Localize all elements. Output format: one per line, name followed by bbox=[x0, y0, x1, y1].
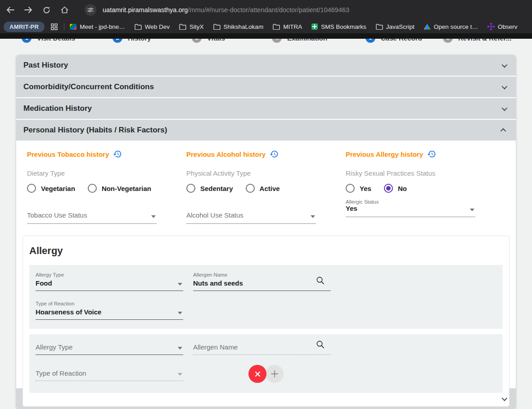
radio-yes[interactable]: Yes bbox=[346, 184, 371, 193]
drive-icon bbox=[424, 24, 431, 30]
home-icon bbox=[61, 6, 68, 14]
previous-alcohol-history-link[interactable]: Previous Alcohol history bbox=[186, 150, 318, 159]
remove-allergy-row-button[interactable] bbox=[248, 365, 266, 383]
allergy-card: Allergy Allergy Type Food Allergen Name … bbox=[23, 236, 509, 407]
dropdown-caret-icon bbox=[470, 209, 474, 211]
bookmarks-separator bbox=[64, 23, 64, 30]
browser-chrome: uatamrit.piramalswasthya.org/mmu/#/nurse… bbox=[0, 0, 532, 33]
reload-icon bbox=[43, 6, 50, 14]
back-button[interactable] bbox=[3, 3, 18, 17]
folder-icon bbox=[376, 24, 383, 30]
url-host: uatamrit.piramalswasthya.org bbox=[103, 6, 188, 14]
site-permissions-button[interactable] bbox=[85, 4, 96, 16]
chevron-down-icon bbox=[502, 83, 508, 89]
folder-icon bbox=[213, 24, 221, 30]
dietary-type-label: Dietary Type bbox=[27, 169, 158, 177]
chevron-down-icon bbox=[502, 62, 508, 68]
radio-icon bbox=[88, 184, 97, 193]
allergy-row-2: Allergy Type Allergen Name Type of R bbox=[29, 334, 503, 393]
folder-icon bbox=[135, 24, 142, 30]
page: 1 Visit Details 2 History 3 Vitals 4 Exa… bbox=[0, 33, 532, 409]
bookmark-mitra[interactable]: MITRA bbox=[273, 23, 302, 30]
previous-allergy-history-link[interactable]: Previous Allergy history bbox=[346, 150, 477, 159]
bookmarks-grid-button[interactable] bbox=[51, 23, 58, 30]
allergy-type-select[interactable]: Allergy Type bbox=[36, 341, 183, 355]
bookmark-sityx[interactable]: SityX bbox=[179, 23, 204, 30]
radio-checked-icon bbox=[384, 184, 393, 193]
chevron-down-icon bbox=[502, 105, 508, 111]
forward-button[interactable] bbox=[21, 3, 36, 17]
folder-icon bbox=[273, 24, 280, 30]
allergy-row-1: Allergy Type Food Allergen Name Nuts and… bbox=[29, 265, 503, 329]
allergy-column: Previous Allergy history Risky Sexual Pr… bbox=[346, 150, 505, 224]
alcohol-column: Previous Alcohol history Physical Activi… bbox=[186, 150, 346, 224]
dropdown-caret-icon bbox=[311, 215, 315, 218]
accordion-header-past-history[interactable]: Past History bbox=[16, 55, 516, 76]
radio-icon bbox=[186, 184, 195, 193]
alcohol-use-status-select[interactable]: Alcohol Use Status bbox=[186, 208, 316, 224]
meet-icon bbox=[70, 24, 77, 30]
url-path: /mmu/#/nurse-doctor/attendant/doctor/pat… bbox=[188, 6, 349, 14]
chevron-up-icon bbox=[500, 128, 506, 134]
bookmark-observ[interactable]: Observ bbox=[487, 23, 518, 30]
type-of-reaction-select[interactable]: Type of Reaction Hoarseness of Voice bbox=[36, 301, 183, 320]
risky-sexual-practices-label: Risky Sexual Practices Status bbox=[346, 169, 477, 177]
physical-activity-type-label: Physical Activity Type bbox=[186, 169, 318, 177]
radio-icon bbox=[27, 184, 36, 193]
reload-button[interactable] bbox=[39, 3, 54, 17]
history-icon bbox=[113, 150, 122, 159]
add-allergy-row-button[interactable] bbox=[266, 365, 284, 383]
radio-sedentary[interactable]: Sedentary bbox=[186, 184, 233, 193]
grid-icon bbox=[51, 23, 58, 30]
type-of-reaction-select[interactable]: Type of Reaction bbox=[36, 368, 183, 381]
observable-icon bbox=[490, 26, 492, 27]
history-accordion: Past History Comorbidity/Concurrent Cond… bbox=[16, 55, 516, 409]
bookmark-sms-bookmarks[interactable]: SMS Bookmarks bbox=[311, 23, 366, 30]
bookmark-open-source[interactable]: Open source t… bbox=[424, 23, 478, 30]
site-permissions-icon bbox=[87, 7, 94, 13]
home-button[interactable] bbox=[57, 3, 72, 17]
search-icon[interactable] bbox=[316, 340, 325, 350]
allergen-name-input[interactable]: Allergen Name bbox=[193, 341, 331, 355]
address-bar[interactable]: uatamrit.piramalswasthya.org/mmu/#/nurse… bbox=[103, 6, 349, 14]
dropdown-caret-icon bbox=[178, 283, 182, 286]
allergy-type-select[interactable]: Allergy Type Food bbox=[36, 272, 183, 291]
personal-history-content: Previous Tobacco history Dietary Type Ve… bbox=[16, 141, 516, 387]
radio-vegetarian[interactable]: Vegetarian bbox=[27, 184, 75, 193]
allergy-card-title: Allergy bbox=[29, 245, 503, 257]
tobacco-use-status-select[interactable]: Tobacco Use Status bbox=[27, 208, 157, 224]
dropdown-caret-icon bbox=[178, 312, 182, 314]
bookmark-meet[interactable]: Meet - jpd-bne… bbox=[70, 23, 125, 30]
search-icon[interactable] bbox=[316, 276, 325, 286]
radio-no[interactable]: No bbox=[384, 184, 407, 193]
container-chip-amrit-pr[interactable]: AMRIT-PR bbox=[4, 22, 45, 32]
radio-non-vegetarian[interactable]: Non-Vegetarian bbox=[88, 184, 151, 193]
allergic-status-label: Allergic Status bbox=[346, 199, 466, 204]
radio-icon bbox=[246, 184, 255, 193]
accordion-header-personal-history[interactable]: Personal History (Habits / Risk Factors) bbox=[16, 120, 516, 141]
allergic-status-select[interactable]: Allergic Status Yes bbox=[346, 198, 475, 217]
forward-icon bbox=[24, 7, 32, 13]
radio-icon bbox=[346, 184, 355, 193]
tobacco-column: Previous Tobacco history Dietary Type Ve… bbox=[27, 150, 186, 224]
folder-icon bbox=[179, 24, 186, 30]
history-icon bbox=[270, 150, 279, 159]
close-icon bbox=[254, 371, 261, 377]
dropdown-caret-icon bbox=[151, 215, 156, 218]
dropdown-caret-icon bbox=[178, 347, 182, 350]
bookmarks-bar: AMRIT-PR Meet - jpd-bne… Web Dev SityX S… bbox=[0, 20, 532, 33]
bookmark-web-dev[interactable]: Web Dev bbox=[135, 23, 170, 30]
previous-tobacco-history-link[interactable]: Previous Tobacco history bbox=[27, 150, 158, 159]
dropdown-caret-icon bbox=[178, 373, 182, 376]
bookmark-shikshalokam[interactable]: ShikshaLokam bbox=[213, 23, 264, 30]
plus-icon bbox=[271, 370, 278, 377]
allergen-name-input[interactable]: Allergen Name Nuts and seeds bbox=[193, 272, 331, 291]
history-icon bbox=[427, 150, 436, 159]
back-icon bbox=[6, 7, 14, 13]
sheets-icon bbox=[311, 23, 318, 30]
accordion-header-medication[interactable]: Medication History bbox=[16, 98, 516, 119]
accordion-header-comorbidity[interactable]: Comorbidity/Concurrent Conditions bbox=[16, 77, 516, 97]
radio-active[interactable]: Active bbox=[246, 184, 280, 193]
page-dark-header bbox=[0, 33, 532, 39]
bookmark-javascript[interactable]: JavaScript bbox=[376, 23, 415, 30]
